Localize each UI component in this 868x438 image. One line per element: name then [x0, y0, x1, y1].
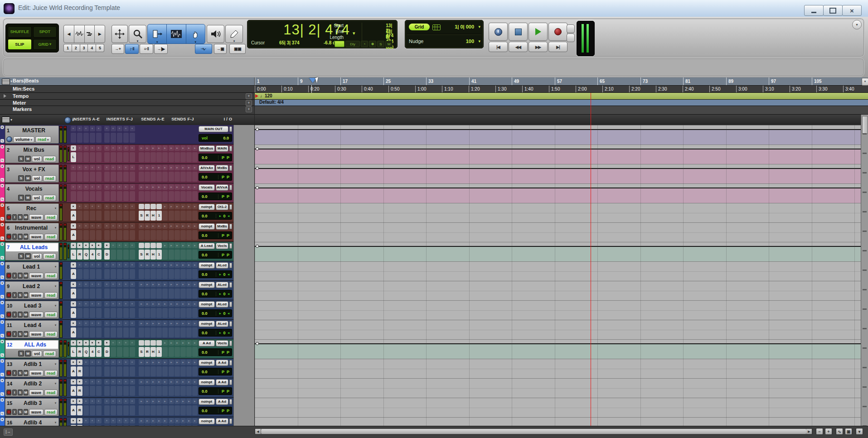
output-window-button[interactable] [229, 146, 232, 151]
input-path-button[interactable]: noinpt [199, 262, 215, 269]
audio-zoom-vertical-button[interactable]: ∿ [836, 428, 843, 435]
output-path-button[interactable]: AIVxA [216, 184, 228, 191]
solo-button[interactable]: S [18, 312, 22, 318]
record-enable-button[interactable] [6, 214, 11, 220]
zoom-preset-5-button[interactable]: 5 [96, 44, 104, 52]
insert-slot[interactable] [130, 262, 135, 279]
send-slot[interactable]: ▸ [162, 145, 168, 162]
track-options-menu-button[interactable]: ▾ [53, 323, 58, 327]
mute-button[interactable]: M [25, 351, 31, 356]
send-slot[interactable]: ▸ [175, 204, 180, 221]
insert-slot[interactable]: R [77, 399, 82, 415]
send-slot[interactable]: ▸ [145, 223, 150, 240]
send-slot[interactable]: ▸ [175, 243, 180, 260]
track-scroll-grip[interactable] [863, 328, 867, 329]
insert-slot[interactable] [83, 145, 89, 162]
track-patch-icon[interactable]: ∿ [0, 334, 4, 337]
insert-slot[interactable] [83, 223, 89, 240]
insert-slot[interactable] [104, 301, 110, 318]
automation-mode-button[interactable]: read [43, 156, 56, 162]
input-monitor-button[interactable]: I [12, 214, 17, 220]
track-patch-icon[interactable]: ∿ [0, 159, 4, 162]
output-window-button[interactable] [229, 341, 232, 346]
automation-mode-button[interactable]: read [43, 351, 56, 357]
insert-slot[interactable] [104, 282, 110, 298]
record-button[interactable] [548, 23, 567, 41]
insert-slot[interactable] [90, 145, 95, 162]
track-list-view-icon[interactable] [2, 117, 10, 123]
send-slot[interactable]: ▸ [169, 340, 174, 357]
counter-expand-button-bottom[interactable] [567, 34, 575, 42]
send-slot[interactable]: ▸ [169, 145, 174, 162]
track-name-label[interactable]: ALL Leads [10, 244, 58, 250]
send-slot[interactable]: ▸ [180, 184, 186, 201]
insert-slot[interactable] [123, 301, 129, 318]
insert-slot[interactable] [130, 399, 135, 415]
input-path-button[interactable]: A Ad [199, 340, 215, 347]
output-path-button[interactable]: MAIN [216, 145, 228, 152]
send-slot[interactable]: ▸ [186, 282, 192, 298]
send-slot[interactable]: ▸ [162, 340, 168, 357]
track-view-selector[interactable]: vol [32, 175, 42, 182]
insert-slot[interactable] [130, 184, 135, 201]
mute-button[interactable]: M [25, 175, 31, 181]
pan-display[interactable]: ▸0◂ [216, 311, 229, 316]
add-meter-event-button[interactable]: + [246, 100, 252, 106]
track-name[interactable]: 2Mix Bus [6, 146, 58, 154]
insert-slot[interactable] [117, 243, 122, 260]
output-window-button[interactable] [229, 399, 232, 404]
pan-display[interactable]: PP [218, 350, 229, 355]
track-lane[interactable] [255, 417, 861, 426]
insert-slot[interactable] [83, 360, 89, 376]
insert-slot[interactable] [123, 399, 129, 415]
insert-slot[interactable] [83, 282, 89, 298]
mute-button[interactable]: M [25, 156, 31, 162]
output-path-button[interactable]: Vocls [216, 243, 228, 249]
input-monitor-button[interactable]: I [12, 292, 17, 298]
track-type-badge[interactable]: ▾ [0, 145, 4, 149]
track-lane[interactable] [255, 398, 861, 417]
track-name[interactable]: 12ALL Ads [6, 341, 58, 349]
insert-slot[interactable] [130, 243, 135, 260]
track-lane[interactable] [255, 300, 861, 320]
meter-event[interactable]: Default: 4/4 [259, 100, 284, 105]
solo-button[interactable]: S [18, 234, 22, 240]
zoom-preset-1-button[interactable]: 1 [63, 44, 72, 52]
input-path-button[interactable]: noinpt [199, 301, 215, 308]
insert-slot[interactable] [96, 301, 102, 318]
insert-slot[interactable] [104, 321, 110, 337]
send-slot[interactable]: ▸ [150, 282, 156, 298]
spot-mode-button[interactable]: SPOT [33, 26, 57, 38]
horizontal-scrollbar[interactable]: ◀ ▶ [255, 428, 812, 435]
online-button[interactable] [489, 23, 508, 41]
track-type-badge[interactable]: ▾ [0, 320, 4, 324]
track-name-label[interactable]: Instrumental [10, 225, 53, 231]
track-type-badge[interactable]: ▾ [0, 223, 4, 226]
solo-button[interactable]: S [18, 331, 22, 337]
insert-slot[interactable] [83, 126, 89, 143]
send-slot[interactable]: ▸ [156, 379, 162, 396]
input-path-button[interactable]: noinpt [199, 360, 215, 366]
mute-button[interactable]: M [24, 273, 28, 279]
insert-slot[interactable] [96, 418, 102, 426]
track-scroll-grip[interactable] [863, 367, 867, 368]
insert-slot[interactable] [117, 145, 122, 162]
track-scroll-grip[interactable] [863, 270, 867, 271]
send-slot[interactable]: ▸ [156, 360, 162, 376]
insert-slot[interactable] [77, 165, 82, 182]
solo-button[interactable]: S [18, 156, 24, 162]
automation-mode-button[interactable]: read [43, 253, 56, 260]
send-slot[interactable]: ▸ [192, 399, 198, 415]
slip-mode-button[interactable]: SLIP [8, 39, 32, 50]
track-patch-icon[interactable]: ∿ [0, 256, 4, 260]
send-slot[interactable]: ▸ [180, 262, 186, 279]
track-name[interactable]: 6Instrumental▾ [6, 224, 58, 232]
go-to-end-button[interactable]: ▶| [548, 42, 567, 52]
insert-slot[interactable] [123, 321, 129, 337]
midi-zoom-button[interactable] [85, 25, 95, 43]
insert-slot[interactable] [130, 145, 135, 162]
insert-slot[interactable]: A [71, 360, 76, 376]
insert-slot[interactable]: R [77, 360, 82, 376]
send-slot[interactable]: ▸ [192, 418, 198, 426]
insert-slot[interactable] [96, 321, 102, 337]
